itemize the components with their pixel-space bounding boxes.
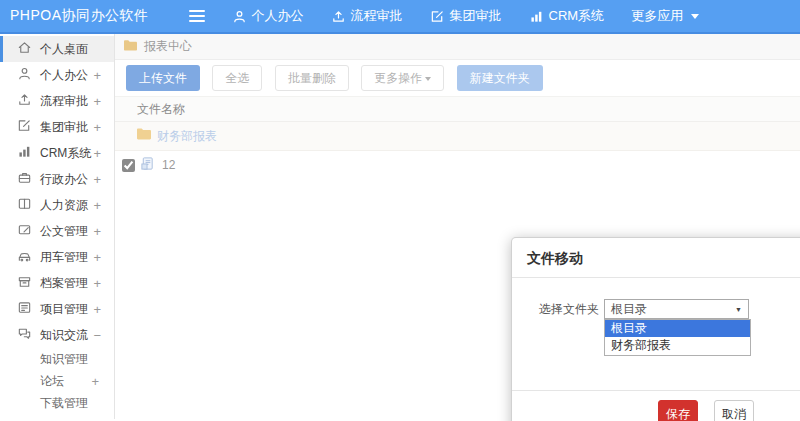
archive-icon [17, 274, 40, 292]
caret-down-icon [425, 77, 431, 81]
document-icon [17, 222, 40, 240]
expand-plus-icon[interactable]: + [93, 146, 101, 161]
file-name: 12 [162, 158, 175, 172]
folder-icon [136, 127, 152, 145]
nav-item-more-apps[interactable]: 更多应用 [631, 7, 699, 25]
caret-down-icon [691, 14, 699, 19]
expand-plus-icon[interactable]: + [93, 172, 101, 187]
edit-icon [17, 118, 40, 136]
nav-item-workflow-approval[interactable]: 流程审批 [331, 7, 403, 25]
sidebar-item-vehicle-mgmt[interactable]: 用车管理 + [0, 244, 114, 270]
more-actions-button[interactable]: 更多操作 [361, 65, 444, 91]
sidebar-subitem-forum[interactable]: 论坛 + [0, 370, 114, 392]
cancel-button[interactable]: 取消 [714, 400, 754, 421]
folder-name-link[interactable]: 财务部报表 [157, 128, 217, 145]
expand-plus-icon[interactable]: + [91, 374, 99, 389]
sidebar: 个人桌面 个人办公 + 流程审批 + 集团审批 + CRM系统 + 行政办公 + [0, 34, 115, 419]
chat-icon [17, 326, 40, 344]
modal-footer: 保存 取消 [512, 390, 800, 421]
select-all-button[interactable]: 全选 [212, 65, 262, 91]
sidebar-item-personal-desktop[interactable]: 个人桌面 [0, 36, 114, 62]
expand-plus-icon[interactable]: + [93, 250, 101, 265]
folder-select[interactable]: 根目录 ▼ [604, 299, 749, 319]
top-navbar: PHPOA协同办公软件 个人办公 流程审批 集团审批 CRM系统 更多应用 [0, 0, 800, 34]
folder-select-options: 根目录 财务部报表 [604, 319, 751, 356]
expand-plus-icon[interactable]: + [93, 68, 101, 83]
expand-plus-icon[interactable]: + [93, 302, 101, 317]
option-finance-reports[interactable]: 财务部报表 [605, 337, 750, 354]
sidebar-item-crm[interactable]: CRM系统 + [0, 140, 114, 166]
breadcrumb-label: 报表中心 [144, 38, 192, 55]
person-icon [17, 66, 40, 84]
select-caret-icon: ▼ [735, 306, 742, 313]
folder-icon [123, 39, 138, 55]
sidebar-subitem-knowledge-mgmt[interactable]: 知识管理 [0, 348, 114, 370]
chart-icon [529, 9, 544, 24]
file-move-modal: 文件移动 选择文件夹 根目录 ▼ 根目录 财务部报表 保存 取消 [511, 237, 800, 421]
folder-select-value: 根目录 [611, 301, 647, 318]
expand-plus-icon[interactable]: + [93, 198, 101, 213]
table-row-folder[interactable]: 财务部报表 [115, 122, 800, 151]
sidebar-item-admin-office[interactable]: 行政办公 + [0, 166, 114, 192]
modal-body: 选择文件夹 根目录 ▼ 根目录 财务部报表 [512, 278, 800, 390]
option-root-directory[interactable]: 根目录 [605, 320, 750, 337]
toolbar: 上传文件 全选 批量删除 更多操作 新建文件夹 [115, 60, 800, 96]
chart-icon [17, 144, 40, 162]
nav-item-group-approval[interactable]: 集团审批 [430, 7, 502, 25]
sidebar-item-project-mgmt[interactable]: 项目管理 + [0, 296, 114, 322]
expand-plus-icon[interactable]: + [93, 224, 101, 239]
file-row-checkbox[interactable] [122, 159, 135, 172]
sidebar-item-workflow-approval[interactable]: 流程审批 + [0, 88, 114, 114]
select-folder-label: 选择文件夹 [539, 301, 599, 318]
home-icon [17, 40, 40, 58]
modal-header: 文件移动 [512, 238, 800, 278]
hamburger-menu-icon[interactable] [189, 7, 205, 25]
table-row-file[interactable]: 12 [115, 151, 800, 179]
sidebar-item-hr[interactable]: 人力资源 + [0, 192, 114, 218]
project-icon [17, 300, 40, 318]
book-icon [17, 196, 40, 214]
file-icon [140, 156, 155, 175]
app-brand: PHPOA协同办公软件 [10, 7, 149, 25]
briefcase-icon [17, 170, 40, 188]
sidebar-subitem-download-mgmt[interactable]: 下载管理 [0, 392, 114, 414]
car-icon [17, 248, 40, 266]
expand-plus-icon[interactable]: + [93, 276, 101, 291]
batch-delete-button[interactable]: 批量删除 [275, 65, 349, 91]
breadcrumb: 报表中心 [115, 34, 800, 60]
upload-icon [17, 92, 40, 110]
nav-item-crm[interactable]: CRM系统 [529, 7, 605, 25]
expand-plus-icon[interactable]: + [93, 120, 101, 135]
save-button[interactable]: 保存 [658, 400, 698, 421]
table-header-file-name: 文件名称 [115, 96, 800, 122]
sidebar-item-knowledge-exchange[interactable]: 知识交流 − [0, 322, 114, 348]
sidebar-item-archive-mgmt[interactable]: 档案管理 + [0, 270, 114, 296]
edit-icon [430, 9, 445, 24]
sidebar-item-document-mgmt[interactable]: 公文管理 + [0, 218, 114, 244]
upload-icon [331, 9, 346, 24]
nav-item-personal-office[interactable]: 个人办公 [232, 7, 304, 25]
new-folder-button[interactable]: 新建文件夹 [457, 65, 543, 91]
modal-title: 文件移动 [527, 250, 583, 266]
expand-plus-icon[interactable]: + [93, 94, 101, 109]
person-icon [232, 9, 247, 24]
sidebar-item-group-approval[interactable]: 集团审批 + [0, 114, 114, 140]
upload-file-button[interactable]: 上传文件 [126, 65, 200, 91]
collapse-minus-icon[interactable]: − [93, 328, 101, 343]
sidebar-item-personal-office[interactable]: 个人办公 + [0, 62, 114, 88]
